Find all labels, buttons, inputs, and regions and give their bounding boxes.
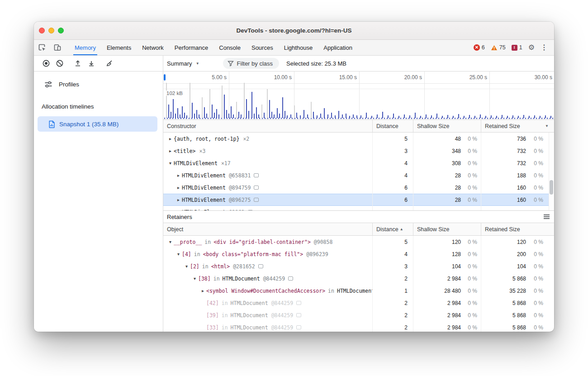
constructor-row[interactable]: ▸HTMLDivElement@8947596280 %1600 % <box>163 181 554 194</box>
node-reveal-icon[interactable] <box>254 198 259 202</box>
clear-all-broom-icon[interactable] <box>103 59 116 67</box>
expand-arrow-icon[interactable]: ▸ <box>175 185 182 190</box>
constructor-row[interactable]: ▸HTMLDivElement@6588314280 %1880 % <box>163 169 554 181</box>
retainer-row[interactable]: ▾[4]in<body class="platform-mac fill">@8… <box>163 248 554 260</box>
timeline-bar <box>222 86 223 118</box>
constructor-row[interactable]: ▾HTMLDivElement×1743080 %7320 % <box>163 157 554 169</box>
collapse-arrow-icon[interactable]: ▾ <box>167 161 174 166</box>
retainer-row[interactable]: [33]inHTMLDocument@84425922 9840 %5 8680… <box>163 321 554 332</box>
node-reveal-icon[interactable] <box>296 301 301 305</box>
timeline-bar <box>349 116 350 118</box>
collapse-arrow-icon[interactable]: ▾ <box>183 264 190 269</box>
class-filter-input[interactable]: Filter by class <box>223 58 279 69</box>
timeline-bar <box>274 114 275 118</box>
column-header-distance[interactable]: Distance ▲ <box>372 223 413 235</box>
retained-size-cell: 1600 % <box>481 194 554 206</box>
expand-arrow-icon[interactable]: ▸ <box>167 148 174 153</box>
issues-counter[interactable]: ! 1 <box>512 44 522 51</box>
constructor-table-body: ▸{auth, root, root-1p}×25480 %7360 %▸<ti… <box>163 133 554 210</box>
allocation-timeline-overview[interactable]: 102 kB 5.00 s10.00 s15.00 s20.00 s25.00 … <box>163 71 554 120</box>
timeline-bar <box>282 97 283 118</box>
retainer-row[interactable]: ▾[2]in<html>@28165231040 %1040 % <box>163 260 554 272</box>
column-header-shallow-size[interactable]: Shallow Size <box>413 223 481 235</box>
retainer-row[interactable]: [42]inHTMLDocument@84425922 9840 %5 8680… <box>163 297 554 309</box>
retainer-row[interactable]: ▾__proto__in<div id="grid-label-containe… <box>163 236 554 248</box>
collapse-arrow-icon[interactable]: ▾ <box>175 252 182 257</box>
edge-name: [42] <box>206 300 219 306</box>
timeline-bar <box>469 115 470 118</box>
perspective-select[interactable]: Summary ▼ <box>167 60 199 67</box>
expand-arrow-icon[interactable]: ▸ <box>199 288 206 293</box>
clear-profiles-icon[interactable] <box>53 59 66 67</box>
tab-lighthouse[interactable]: Lighthouse <box>279 40 318 55</box>
sidebar-item-profiles[interactable]: Profiles <box>34 75 163 93</box>
tab-performance[interactable]: Performance <box>169 40 213 55</box>
collapse-arrow-icon[interactable]: ▾ <box>167 239 174 244</box>
more-options-icon[interactable]: ⋮ <box>541 44 548 51</box>
close-window-button[interactable] <box>39 28 45 33</box>
size-value: 5 868 <box>512 324 526 331</box>
zoom-window-button[interactable] <box>58 28 64 33</box>
tab-network[interactable]: Network <box>137 40 169 55</box>
retainer-row[interactable]: ▾[38]inHTMLDocument@84425922 9840 %5 868… <box>163 272 554 285</box>
sort-ascending-icon: ▲ <box>400 227 403 231</box>
tab-application[interactable]: Application <box>318 40 358 55</box>
size-value: 2 984 <box>447 300 461 306</box>
column-header-constructor[interactable]: Constructor <box>163 120 372 132</box>
scrollbar-track[interactable] <box>549 133 554 210</box>
warning-counter[interactable]: 75 <box>491 44 506 51</box>
expand-arrow-icon[interactable]: ▸ <box>175 197 182 202</box>
constructor-row[interactable]: ▸{auth, root, root-1p}×25480 %7360 % <box>163 133 554 145</box>
node-reveal-icon[interactable] <box>254 173 259 177</box>
tab-sources[interactable]: Sources <box>246 40 279 55</box>
node-reveal-icon[interactable] <box>288 276 293 281</box>
constructor-row[interactable]: ▸HTMLDivElement@8962756280 %1600 % <box>163 194 554 206</box>
node-reveal-icon[interactable] <box>254 186 259 190</box>
retainer-row[interactable]: [39]inHTMLDocument@84425922 9840 %5 8680… <box>163 309 554 321</box>
expand-arrow-icon[interactable]: ▸ <box>167 136 174 141</box>
size-value: 2 984 <box>447 276 461 282</box>
retainer-object-cell: ▾[38]inHTMLDocument@844259 <box>163 272 372 285</box>
profiles-label: Profiles <box>59 81 79 88</box>
timeline-bar <box>224 95 225 118</box>
record-heap-icon[interactable] <box>39 59 53 67</box>
node-reveal-icon[interactable] <box>296 313 301 317</box>
column-header-retained-size[interactable]: Retained Size <box>481 223 554 235</box>
tab-memory[interactable]: Memory <box>69 40 101 55</box>
tab-console[interactable]: Console <box>213 40 246 55</box>
column-header-label: Constructor <box>167 123 196 129</box>
retainer-row[interactable]: ▸<symbol Window#DocumentCachedAccessor>i… <box>163 285 554 297</box>
sidebar-item-snapshot-1[interactable]: Snapshot 1 (35.8 MB) <box>38 116 157 132</box>
load-profile-icon[interactable] <box>71 59 85 67</box>
column-header-distance[interactable]: Distance <box>372 120 413 132</box>
timeline-tick-label: 10.00 s <box>260 74 292 81</box>
inspect-element-icon[interactable] <box>35 40 49 55</box>
timeline-bar <box>480 114 481 118</box>
settings-gear-icon[interactable]: ⚙ <box>528 44 535 51</box>
device-toolbar-icon[interactable] <box>50 40 65 55</box>
timeline-bar <box>233 114 234 118</box>
column-header-object[interactable]: Object <box>163 223 372 235</box>
constructor-row[interactable]: ▸HTMLDivElement@8963 <box>163 206 554 210</box>
distance-cell: 5 <box>372 133 413 145</box>
retainers-menu-icon[interactable] <box>544 216 550 217</box>
tab-elements[interactable]: Elements <box>101 40 137 55</box>
traffic-lights <box>39 22 64 39</box>
node-reveal-icon[interactable] <box>296 325 301 329</box>
timeline-range-handle[interactable] <box>164 74 166 81</box>
devtools-window: DevTools - store.google.com/?hl=en-US Me… <box>34 22 554 332</box>
minimize-window-button[interactable] <box>48 28 54 33</box>
node-reveal-icon[interactable] <box>258 264 263 268</box>
save-profile-icon[interactable] <box>85 59 98 67</box>
column-header-retained-size[interactable]: Retained Size ▼ <box>481 120 554 132</box>
scrollbar-thumb[interactable] <box>550 180 553 195</box>
error-counter[interactable]: ✕ 6 <box>474 44 485 51</box>
object-id: @896275 <box>229 197 251 203</box>
timeline-bar <box>393 114 394 118</box>
timeline-bar <box>426 114 427 118</box>
column-header-shallow-size[interactable]: Shallow Size <box>413 120 481 132</box>
distance-cell: 3 <box>372 260 413 272</box>
expand-arrow-icon[interactable]: ▸ <box>175 173 182 178</box>
collapse-arrow-icon[interactable]: ▾ <box>191 276 198 281</box>
constructor-row[interactable]: ▸<title>×333480 %7320 % <box>163 145 554 157</box>
